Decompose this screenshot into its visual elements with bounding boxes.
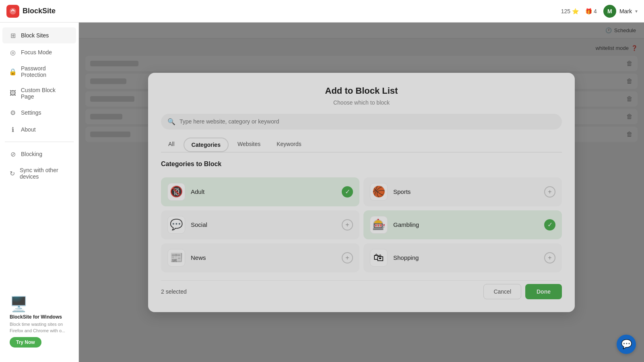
try-now-button[interactable]: Try Now (10, 337, 41, 348)
promo-icon: 🖥️ (10, 296, 69, 313)
sidebar-item-focus-mode[interactable]: ◎ Focus Mode (2, 44, 76, 60)
tab-websites[interactable]: Websites (230, 138, 268, 152)
category-item-shopping[interactable]: 🛍 Shopping + (363, 243, 562, 272)
user-menu[interactable]: M Mark ▾ (603, 5, 638, 18)
sidebar-item-label: Custom Block Page (21, 87, 70, 100)
adult-checkbox[interactable]: ✓ (342, 186, 353, 197)
sidebar-item-label: Password Protection (21, 65, 70, 78)
social-icon: 💬 (167, 216, 185, 234)
modal-footer: 2 selected Cancel Done (161, 280, 562, 299)
social-checkbox[interactable]: + (342, 219, 353, 230)
tab-all[interactable]: All (161, 138, 182, 152)
category-name-sports: Sports (393, 188, 539, 195)
shopping-checkbox[interactable]: + (544, 252, 555, 263)
section-heading: Categories to Block (161, 160, 562, 168)
blocking-icon: ⊘ (9, 150, 17, 158)
gear-icon: ⚙ (9, 109, 17, 117)
search-bar: 🔍 (161, 114, 562, 130)
modal-subtitle: Choose which to block (161, 99, 562, 106)
sidebar-item-blocking[interactable]: ⊘ Blocking (2, 146, 76, 162)
adult-icon: 🔞 (167, 183, 185, 201)
promo-desc: Block time wasting sites on Firefox and … (10, 321, 69, 334)
category-name-news: News (191, 254, 336, 261)
header-right: 125 ⭐ 🎁 4 M Mark ▾ (561, 5, 638, 18)
done-button[interactable]: Done (525, 284, 562, 299)
tab-categories[interactable]: Categories (184, 138, 229, 152)
avatar: M (603, 5, 616, 18)
category-item-news[interactable]: 📰 News + (161, 243, 359, 272)
category-item-social[interactable]: 💬 Social + (161, 210, 359, 239)
gambling-checkbox[interactable]: ✓ (544, 219, 555, 230)
promo-title: BlockSite for Windows (10, 314, 69, 320)
sidebar-item-custom-block-page[interactable]: 🖼 Custom Block Page (2, 83, 76, 104)
logo-icon (6, 5, 19, 18)
score-value: 125 (561, 8, 570, 14)
user-name: Mark (619, 8, 632, 14)
modal-overlay: Add to Block List Choose which to block … (79, 23, 644, 362)
block-sites-icon: ⊞ (9, 31, 17, 39)
gift-count: 4 (594, 8, 597, 14)
filter-tabs: All Categories Websites Keywords (161, 138, 562, 152)
gift-icon: 🎁 (585, 8, 592, 14)
sidebar-item-settings[interactable]: ⚙ Settings (2, 105, 76, 121)
sidebar-item-label: Sync with other devices (20, 167, 70, 180)
info-icon: ℹ (9, 125, 17, 134)
logo: BlockSite (6, 5, 56, 18)
search-input[interactable] (180, 118, 555, 125)
tab-keywords[interactable]: Keywords (269, 138, 308, 152)
news-checkbox[interactable]: + (342, 252, 353, 263)
sidebar-item-sync[interactable]: ↻ Sync with other devices (2, 163, 76, 184)
categories-grid: 🔞 Adult ✓ 🏀 Sports + 💬 (161, 177, 562, 272)
logo-text: BlockSite (23, 7, 56, 15)
footer-buttons: Cancel Done (483, 284, 562, 299)
sidebar-item-about[interactable]: ℹ About (2, 121, 76, 138)
sidebar-item-label: Block Sites (21, 32, 49, 39)
add-to-block-list-modal: Add to Block List Choose which to block … (148, 73, 575, 312)
sidebar: ⊞ Block Sites ◎ Focus Mode 🔒 Password Pr… (0, 23, 79, 362)
lock-icon: 🔒 (9, 68, 17, 76)
score-display: 125 ⭐ (561, 8, 579, 14)
gambling-icon: 🎰 (370, 216, 388, 234)
sidebar-item-label: About (21, 126, 36, 133)
sports-checkbox[interactable]: + (544, 186, 555, 197)
chevron-down-icon: ▾ (635, 8, 638, 14)
category-name-gambling: Gambling (393, 221, 539, 228)
sidebar-item-label: Settings (21, 109, 41, 116)
selected-count: 2 selected (161, 288, 187, 295)
focus-mode-icon: ◎ (9, 48, 17, 56)
category-name-shopping: Shopping (393, 254, 539, 261)
sidebar-promo: 🖥️ BlockSite for Windows Block time wast… (0, 286, 78, 357)
shopping-icon: 🛍 (370, 249, 388, 267)
category-item-sports[interactable]: 🏀 Sports + (363, 177, 562, 206)
star-icon: ⭐ (572, 8, 579, 14)
category-name-adult: Adult (191, 188, 336, 195)
sync-icon: ↻ (9, 169, 16, 177)
app-header: BlockSite 125 ⭐ 🎁 4 M Mark ▾ (0, 0, 644, 23)
sports-icon: 🏀 (370, 183, 388, 201)
cancel-button[interactable]: Cancel (483, 284, 521, 299)
modal-title: Add to Block List (161, 86, 562, 96)
sidebar-divider (5, 142, 74, 142)
news-icon: 📰 (167, 249, 185, 267)
sidebar-item-block-sites[interactable]: ⊞ Block Sites (2, 27, 76, 43)
category-name-social: Social (191, 221, 336, 228)
chat-icon: 💬 (621, 339, 632, 350)
page-icon: 🖼 (9, 89, 17, 97)
chat-bubble[interactable]: 💬 (617, 335, 636, 354)
gift-display[interactable]: 🎁 4 (585, 8, 597, 14)
sidebar-item-password-protection[interactable]: 🔒 Password Protection (2, 61, 76, 82)
search-icon: 🔍 (167, 118, 175, 125)
category-item-gambling[interactable]: 🎰 Gambling ✓ (363, 210, 562, 239)
content-area: 🕐 Schedule whitelist mode ❓ 🗑 🗑 (79, 23, 644, 362)
svg-point-0 (10, 8, 16, 14)
sidebar-item-label: Focus Mode (21, 49, 52, 56)
category-item-adult[interactable]: 🔞 Adult ✓ (161, 177, 359, 206)
sidebar-item-label: Blocking (21, 151, 42, 157)
